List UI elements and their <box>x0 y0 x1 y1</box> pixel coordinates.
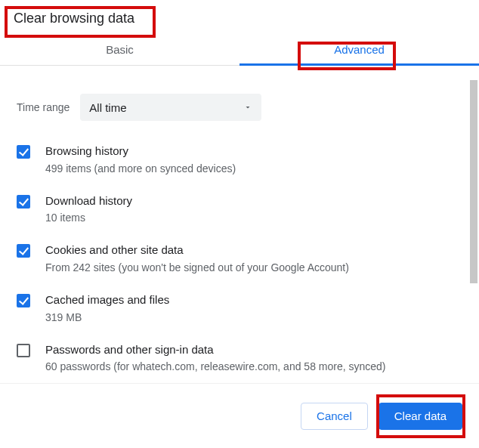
list-item-subtitle: 10 items <box>45 211 458 224</box>
scrollbar-track[interactable] <box>470 80 477 378</box>
time-range-row: Time range All time <box>0 76 465 134</box>
list-item: Passwords and other sign-in data60 passw… <box>17 335 458 383</box>
scroll-area: Time range All time Browsing history499 … <box>0 76 468 383</box>
time-range-selected-value: All time <box>89 101 126 114</box>
checkbox[interactable] <box>17 244 30 258</box>
checkbox[interactable] <box>17 344 30 357</box>
list-item-subtitle: 499 items (and more on synced devices) <box>45 162 458 175</box>
tab-advanced[interactable]: Advanced <box>240 34 479 65</box>
checkbox[interactable] <box>17 294 30 307</box>
list-item: Cookies and other site dataFrom 242 site… <box>17 235 458 285</box>
scrollbar-thumb[interactable] <box>470 80 477 283</box>
list-item: Download history10 items <box>17 186 458 236</box>
list-item-texts: Cookies and other site dataFrom 242 site… <box>45 243 458 274</box>
list-item-subtitle: 319 MB <box>45 311 458 324</box>
list-item-subtitle: From 242 sites (you won't be signed out … <box>45 261 458 274</box>
list-item-texts: Browsing history499 items (and more on s… <box>45 144 458 175</box>
tab-basic[interactable]: Basic <box>0 34 240 65</box>
list-item: Browsing history499 items (and more on s… <box>17 136 458 186</box>
list-item: Cached images and files319 MB <box>17 285 458 335</box>
data-type-list: Browsing history499 items (and more on s… <box>0 134 465 383</box>
tabs: Basic Advanced <box>0 34 479 66</box>
list-item-title: Cookies and other site data <box>45 243 458 258</box>
list-item-texts: Passwords and other sign-in data60 passw… <box>45 342 458 374</box>
tab-basic-label: Basic <box>106 43 134 56</box>
clear-data-button[interactable]: Clear data <box>379 403 462 430</box>
list-item-title: Cached images and files <box>45 292 458 307</box>
time-range-label: Time range <box>17 101 70 113</box>
list-item-texts: Cached images and files319 MB <box>45 292 458 324</box>
dialog-title: Clear browsing data <box>0 0 479 34</box>
list-item-title: Download history <box>45 193 458 209</box>
tab-advanced-label: Advanced <box>334 43 385 56</box>
time-range-select[interactable]: All time <box>80 94 261 121</box>
list-item-title: Passwords and other sign-in data <box>45 342 458 357</box>
chevron-down-icon <box>243 101 252 114</box>
checkbox[interactable] <box>17 195 30 209</box>
list-item-texts: Download history10 items <box>45 193 458 225</box>
cancel-button[interactable]: Cancel <box>301 403 368 430</box>
clear-browsing-data-dialog: Clear browsing data Basic Advanced Time … <box>0 0 479 448</box>
list-item-subtitle: 60 passwords (for whatech.com, releasewi… <box>45 360 458 373</box>
list-item-title: Browsing history <box>45 144 458 159</box>
clear-data-button-label: Clear data <box>394 409 447 422</box>
dialog-footer: Cancel Clear data <box>0 383 479 448</box>
checkbox[interactable] <box>17 145 30 159</box>
cancel-button-label: Cancel <box>317 409 352 422</box>
dialog-body: Time range All time Browsing history499 … <box>0 76 479 383</box>
